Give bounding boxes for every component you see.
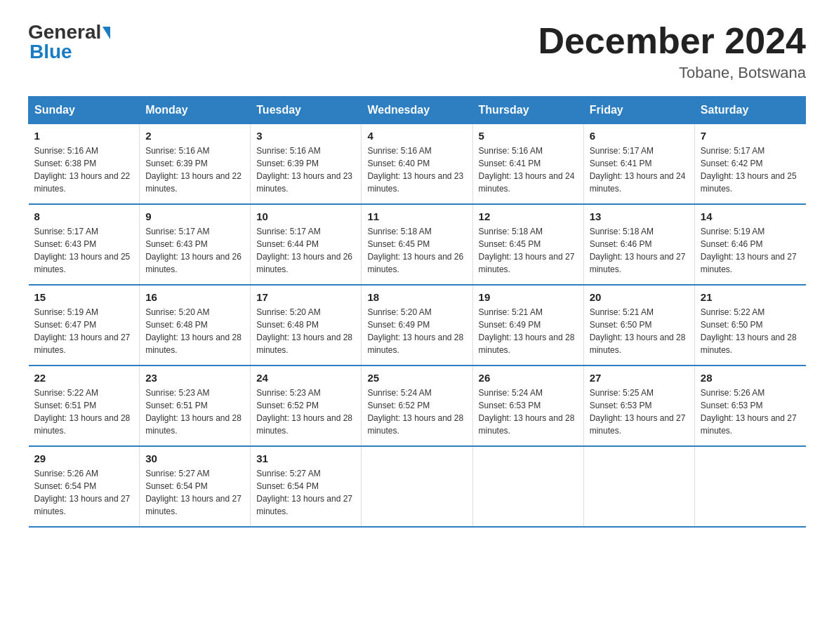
calendar-cell [472,446,583,527]
day-number: 12 [479,210,578,222]
day-number: 5 [479,130,578,142]
day-info: Sunrise: 5:22 AMSunset: 6:51 PMDaylight:… [34,387,134,437]
day-info: Sunrise: 5:18 AMSunset: 6:45 PMDaylight:… [479,225,578,276]
day-info: Sunrise: 5:26 AMSunset: 6:53 PMDaylight:… [701,387,800,437]
day-info: Sunrise: 5:21 AMSunset: 6:49 PMDaylight:… [479,306,578,356]
weekday-header-thursday: Thursday [472,97,583,124]
day-info: Sunrise: 5:19 AMSunset: 6:46 PMDaylight:… [701,225,800,276]
day-number: 21 [701,291,800,303]
day-info: Sunrise: 5:27 AMSunset: 6:54 PMDaylight:… [145,467,244,518]
day-info: Sunrise: 5:24 AMSunset: 6:52 PMDaylight:… [367,387,466,437]
calendar-cell: 8 Sunrise: 5:17 AMSunset: 6:43 PMDayligh… [29,204,140,285]
calendar-cell: 20 Sunrise: 5:21 AMSunset: 6:50 PMDaylig… [583,285,694,365]
calendar-cell: 25 Sunrise: 5:24 AMSunset: 6:52 PMDaylig… [362,365,472,446]
day-info: Sunrise: 5:24 AMSunset: 6:53 PMDaylight:… [479,387,578,437]
day-number: 3 [256,130,355,142]
calendar-cell: 28 Sunrise: 5:26 AMSunset: 6:53 PMDaylig… [694,365,805,446]
calendar-cell: 26 Sunrise: 5:24 AMSunset: 6:53 PMDaylig… [472,365,583,446]
calendar-table: SundayMondayTuesdayWednesdayThursdayFrid… [28,96,806,528]
weekday-header-row: SundayMondayTuesdayWednesdayThursdayFrid… [29,97,806,124]
day-info: Sunrise: 5:26 AMSunset: 6:54 PMDaylight:… [34,467,134,518]
day-info: Sunrise: 5:16 AMSunset: 6:39 PMDaylight:… [145,145,244,195]
day-number: 9 [145,210,244,222]
day-info: Sunrise: 5:16 AMSunset: 6:41 PMDaylight:… [479,145,578,195]
day-number: 17 [256,291,355,303]
calendar-header: SundayMondayTuesdayWednesdayThursdayFrid… [29,97,806,124]
day-info: Sunrise: 5:20 AMSunset: 6:48 PMDaylight:… [256,306,355,356]
day-info: Sunrise: 5:27 AMSunset: 6:54 PMDaylight:… [256,467,355,518]
day-info: Sunrise: 5:16 AMSunset: 6:39 PMDaylight:… [256,145,355,195]
calendar-cell: 23 Sunrise: 5:23 AMSunset: 6:51 PMDaylig… [140,365,251,446]
calendar-body: 1 Sunrise: 5:16 AMSunset: 6:38 PMDayligh… [29,124,806,528]
day-number: 8 [34,210,134,222]
day-number: 23 [145,372,244,384]
day-info: Sunrise: 5:22 AMSunset: 6:50 PMDaylight:… [701,306,800,356]
day-number: 22 [34,372,134,384]
calendar-cell: 7 Sunrise: 5:17 AMSunset: 6:42 PMDayligh… [694,124,805,205]
calendar-cell: 9 Sunrise: 5:17 AMSunset: 6:43 PMDayligh… [140,204,251,285]
day-info: Sunrise: 5:18 AMSunset: 6:45 PMDaylight:… [367,225,466,276]
weekday-header-friday: Friday [583,97,694,124]
calendar-cell: 11 Sunrise: 5:18 AMSunset: 6:45 PMDaylig… [362,204,472,285]
day-number: 16 [145,291,244,303]
day-info: Sunrise: 5:17 AMSunset: 6:42 PMDaylight:… [701,145,800,195]
calendar-cell: 3 Sunrise: 5:16 AMSunset: 6:39 PMDayligh… [251,124,362,205]
calendar-cell: 12 Sunrise: 5:18 AMSunset: 6:45 PMDaylig… [472,204,583,285]
calendar-cell: 14 Sunrise: 5:19 AMSunset: 6:46 PMDaylig… [694,204,805,285]
calendar-cell: 2 Sunrise: 5:16 AMSunset: 6:39 PMDayligh… [140,124,251,205]
day-number: 11 [367,210,466,222]
day-number: 27 [590,372,689,384]
weekday-header-wednesday: Wednesday [362,97,472,124]
page-header: General Blue December 2024 Tobane, Botsw… [28,21,806,82]
logo: General Blue [28,21,110,63]
day-number: 28 [701,372,800,384]
day-number: 13 [590,210,689,222]
day-number: 29 [34,452,134,464]
day-number: 2 [145,130,244,142]
day-info: Sunrise: 5:17 AMSunset: 6:43 PMDaylight:… [34,225,134,276]
calendar-cell [583,446,694,527]
day-number: 25 [367,372,466,384]
day-number: 19 [479,291,578,303]
calendar-cell: 22 Sunrise: 5:22 AMSunset: 6:51 PMDaylig… [29,365,140,446]
day-info: Sunrise: 5:20 AMSunset: 6:48 PMDaylight:… [145,306,244,356]
weekday-header-saturday: Saturday [694,97,805,124]
day-number: 10 [256,210,355,222]
day-number: 31 [256,452,355,464]
calendar-cell [694,446,805,527]
day-number: 4 [367,130,466,142]
title-block: December 2024 Tobane, Botswana [538,21,806,82]
calendar-week-row: 15 Sunrise: 5:19 AMSunset: 6:47 PMDaylig… [29,285,806,365]
day-number: 15 [34,291,134,303]
day-info: Sunrise: 5:23 AMSunset: 6:52 PMDaylight:… [256,387,355,437]
calendar-subtitle: Tobane, Botswana [538,64,806,82]
calendar-cell: 17 Sunrise: 5:20 AMSunset: 6:48 PMDaylig… [251,285,362,365]
calendar-cell: 24 Sunrise: 5:23 AMSunset: 6:52 PMDaylig… [251,365,362,446]
calendar-cell: 21 Sunrise: 5:22 AMSunset: 6:50 PMDaylig… [694,285,805,365]
calendar-cell: 27 Sunrise: 5:25 AMSunset: 6:53 PMDaylig… [583,365,694,446]
day-info: Sunrise: 5:17 AMSunset: 6:44 PMDaylight:… [256,225,355,276]
calendar-title: December 2024 [538,21,806,61]
day-info: Sunrise: 5:17 AMSunset: 6:43 PMDaylight:… [145,225,244,276]
day-info: Sunrise: 5:23 AMSunset: 6:51 PMDaylight:… [145,387,244,437]
calendar-week-row: 22 Sunrise: 5:22 AMSunset: 6:51 PMDaylig… [29,365,806,446]
day-number: 1 [34,130,134,142]
calendar-cell: 18 Sunrise: 5:20 AMSunset: 6:49 PMDaylig… [362,285,472,365]
calendar-week-row: 1 Sunrise: 5:16 AMSunset: 6:38 PMDayligh… [29,124,806,205]
calendar-week-row: 29 Sunrise: 5:26 AMSunset: 6:54 PMDaylig… [29,446,806,527]
day-info: Sunrise: 5:16 AMSunset: 6:38 PMDaylight:… [34,145,134,195]
day-number: 20 [590,291,689,303]
calendar-cell: 15 Sunrise: 5:19 AMSunset: 6:47 PMDaylig… [29,285,140,365]
calendar-cell: 6 Sunrise: 5:17 AMSunset: 6:41 PMDayligh… [583,124,694,205]
calendar-cell: 13 Sunrise: 5:18 AMSunset: 6:46 PMDaylig… [583,204,694,285]
day-info: Sunrise: 5:25 AMSunset: 6:53 PMDaylight:… [590,387,689,437]
calendar-cell: 5 Sunrise: 5:16 AMSunset: 6:41 PMDayligh… [472,124,583,205]
day-number: 7 [701,130,800,142]
calendar-cell: 31 Sunrise: 5:27 AMSunset: 6:54 PMDaylig… [251,446,362,527]
calendar-cell: 16 Sunrise: 5:20 AMSunset: 6:48 PMDaylig… [140,285,251,365]
day-info: Sunrise: 5:20 AMSunset: 6:49 PMDaylight:… [367,306,466,356]
calendar-week-row: 8 Sunrise: 5:17 AMSunset: 6:43 PMDayligh… [29,204,806,285]
day-number: 26 [479,372,578,384]
day-info: Sunrise: 5:21 AMSunset: 6:50 PMDaylight:… [590,306,689,356]
calendar-cell: 10 Sunrise: 5:17 AMSunset: 6:44 PMDaylig… [251,204,362,285]
